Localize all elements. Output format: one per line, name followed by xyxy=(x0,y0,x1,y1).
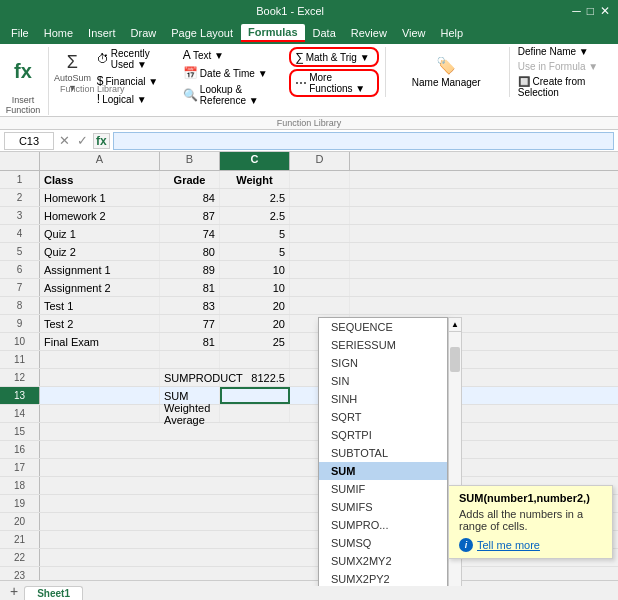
cell[interactable] xyxy=(160,351,220,368)
cell[interactable] xyxy=(290,297,350,314)
cell[interactable]: 87 xyxy=(160,207,220,224)
cell[interactable]: 83 xyxy=(160,297,220,314)
math-trig-btn[interactable]: ∑ Math & Trig ▼ xyxy=(289,47,379,67)
menu-formulas[interactable]: Formulas xyxy=(241,24,305,42)
cell[interactable]: 80 xyxy=(160,243,220,260)
dropdown-item-sign[interactable]: SIGN xyxy=(319,354,447,372)
cell[interactable] xyxy=(40,351,160,368)
cell[interactable]: SUMPRODUCT xyxy=(160,369,220,386)
menu-file[interactable]: File xyxy=(4,25,36,41)
col-header-a[interactable]: A xyxy=(40,152,160,170)
name-box[interactable] xyxy=(4,132,54,150)
cell[interactable] xyxy=(220,351,290,368)
cell[interactable]: Assignment 2 xyxy=(40,279,160,296)
sheet-tab-add[interactable]: + xyxy=(4,582,24,600)
cell[interactable]: Weight xyxy=(220,171,290,188)
cell[interactable]: 20 xyxy=(220,297,290,314)
cell[interactable]: Final Exam xyxy=(40,333,160,350)
menu-review[interactable]: Review xyxy=(344,25,394,41)
formula-enter-btn[interactable]: ✓ xyxy=(75,133,90,148)
row-num[interactable]: 14 xyxy=(0,405,40,422)
cell[interactable]: 10 xyxy=(220,279,290,296)
recently-used-btn[interactable]: ⏱ Recently Used ▼ xyxy=(93,47,176,71)
more-functions-btn[interactable]: ⋯ More Functions ▼ xyxy=(289,69,379,97)
cell[interactable]: 20 xyxy=(220,315,290,332)
cell[interactable]: Homework 2 xyxy=(40,207,160,224)
dropdown-item-sumproduct[interactable]: SUMPRO... xyxy=(319,516,447,534)
cell[interactable]: 25 xyxy=(220,333,290,350)
cell[interactable] xyxy=(40,405,160,422)
row-num[interactable]: 12 xyxy=(0,369,40,386)
cell[interactable] xyxy=(220,405,290,422)
row-num[interactable]: 9 xyxy=(0,315,40,332)
scroll-up-btn[interactable]: ▲ xyxy=(449,318,461,332)
cell[interactable] xyxy=(290,207,350,224)
dropdown-item-subtotal[interactable]: SUBTOTAL xyxy=(319,444,447,462)
cell[interactable]: Homework 1 xyxy=(40,189,160,206)
row-num[interactable]: 5 xyxy=(0,243,40,260)
close-btn[interactable]: ✕ xyxy=(600,4,610,18)
cell[interactable]: Test 2 xyxy=(40,315,160,332)
row-num[interactable]: 7 xyxy=(0,279,40,296)
cell[interactable]: 5 xyxy=(220,243,290,260)
formula-cancel-btn[interactable]: ✕ xyxy=(57,133,72,148)
minimize-btn[interactable]: ─ xyxy=(572,4,581,18)
cell[interactable]: 8122.5 xyxy=(220,369,290,386)
dropdown-item-sum[interactable]: SUM xyxy=(319,462,447,480)
sheet-tab-sheet1[interactable]: Sheet1 xyxy=(24,586,83,600)
dropdown-item-sumifs[interactable]: SUMIFS xyxy=(319,498,447,516)
insert-function-btn[interactable]: fx xyxy=(4,47,42,95)
cell[interactable]: Quiz 2 xyxy=(40,243,160,260)
cell[interactable]: 10 xyxy=(220,261,290,278)
cell[interactable] xyxy=(40,387,160,404)
dropdown-item-sumx2my2[interactable]: SUMX2MY2 xyxy=(319,552,447,570)
cell[interactable] xyxy=(290,279,350,296)
cell[interactable]: Quiz 1 xyxy=(40,225,160,242)
cell[interactable] xyxy=(40,369,160,386)
dropdown-item-sumx2py2[interactable]: SUMX2PY2 xyxy=(319,570,447,586)
row-num[interactable]: 4 xyxy=(0,225,40,242)
cell[interactable]: 2.5 xyxy=(220,207,290,224)
cell[interactable] xyxy=(290,171,350,188)
row-num[interactable]: 8 xyxy=(0,297,40,314)
menu-help[interactable]: Help xyxy=(434,25,471,41)
dropdown-item-sumif[interactable]: SUMIF xyxy=(319,480,447,498)
text-btn[interactable]: A Text ▼ xyxy=(179,47,286,63)
name-manager-btn[interactable]: 🏷️ Name Manager xyxy=(390,48,503,96)
menu-data[interactable]: Data xyxy=(306,25,343,41)
window-controls[interactable]: ─ □ ✕ xyxy=(572,4,610,18)
col-header-d[interactable]: D xyxy=(290,152,350,170)
cell[interactable] xyxy=(290,243,350,260)
menu-insert[interactable]: Insert xyxy=(81,25,123,41)
dropdown-item-sequence[interactable]: SEQUENCE xyxy=(319,318,447,336)
menu-view[interactable]: View xyxy=(395,25,433,41)
cell[interactable] xyxy=(290,189,350,206)
row-num[interactable]: 13 xyxy=(0,387,40,404)
cell[interactable]: Class xyxy=(40,171,160,188)
use-in-formula-btn[interactable]: Use in Formula ▼ xyxy=(514,60,614,73)
cell-c13[interactable] xyxy=(220,387,290,404)
menu-home[interactable]: Home xyxy=(37,25,80,41)
formula-input[interactable] xyxy=(113,132,614,150)
menu-pagelayout[interactable]: Page Layout xyxy=(164,25,240,41)
scroll-thumb[interactable] xyxy=(450,347,460,372)
maximize-btn[interactable]: □ xyxy=(587,4,594,18)
tooltip-link[interactable]: i Tell me more xyxy=(459,538,602,552)
dropdown-item-sqrt[interactable]: SQRT xyxy=(319,408,447,426)
row-num[interactable]: 11 xyxy=(0,351,40,368)
dropdown-item-sin[interactable]: SIN xyxy=(319,372,447,390)
cell[interactable]: Weighted Average xyxy=(160,405,220,422)
row-num[interactable]: 10 xyxy=(0,333,40,350)
row-num[interactable]: 6 xyxy=(0,261,40,278)
dropdown-item-sqrtpi[interactable]: SQRTPI xyxy=(319,426,447,444)
insert-function-small-btn[interactable]: fx xyxy=(93,133,110,149)
cell[interactable]: Assignment 1 xyxy=(40,261,160,278)
cell[interactable]: 2.5 xyxy=(220,189,290,206)
dropdown-item-sumsq[interactable]: SUMSQ xyxy=(319,534,447,552)
cell[interactable]: 77 xyxy=(160,315,220,332)
col-header-b[interactable]: B xyxy=(160,152,220,170)
cell[interactable]: 81 xyxy=(160,279,220,296)
cell[interactable] xyxy=(290,261,350,278)
cell[interactable]: Test 1 xyxy=(40,297,160,314)
cell[interactable]: 74 xyxy=(160,225,220,242)
